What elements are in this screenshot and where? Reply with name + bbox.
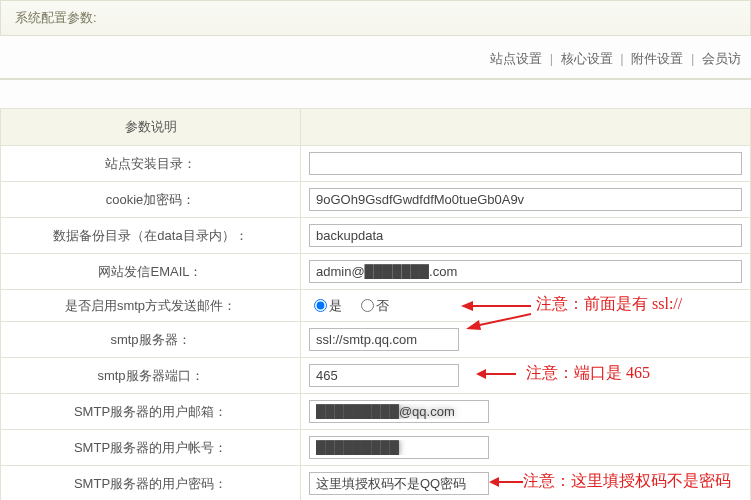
label-email: 网站发信EMAIL：	[1, 254, 301, 290]
label-cookie: cookie加密码：	[1, 182, 301, 218]
radio-yes-label[interactable]: 是	[309, 298, 342, 313]
table-row: cookie加密码：	[1, 182, 751, 218]
label-smtp-user-email: SMTP服务器的用户邮箱：	[1, 394, 301, 430]
table-row: SMTP服务器的用户邮箱：	[1, 394, 751, 430]
label-smtp-port: smtp服务器端口：	[1, 358, 301, 394]
table-row: 数据备份目录（在data目录内）：	[1, 218, 751, 254]
note-authcode: 注意：这里填授权码不是密码	[523, 471, 731, 492]
input-backup[interactable]	[309, 224, 742, 247]
input-install-dir[interactable]	[309, 152, 742, 175]
arrow-icon	[476, 366, 516, 382]
table-row: 是否启用smtp方式发送邮件： 是 否 注意：前面是有 ssl://	[1, 290, 751, 322]
tab-sep: |	[550, 51, 553, 66]
tab-site[interactable]: 站点设置	[490, 51, 542, 66]
page-title: 系统配置参数:	[15, 10, 97, 25]
svg-marker-1	[461, 301, 473, 311]
page-title-bar: 系统配置参数:	[0, 0, 751, 36]
label-install-dir: 站点安装目录：	[1, 146, 301, 182]
label-smtp-server: smtp服务器：	[1, 322, 301, 358]
table-row: 站点安装目录：	[1, 146, 751, 182]
svg-marker-5	[476, 369, 486, 379]
svg-marker-7	[489, 477, 499, 487]
table-row: SMTP服务器的用户帐号：	[1, 430, 751, 466]
input-email[interactable]	[309, 260, 742, 283]
table-row: SMTP服务器的用户密码： 注意：这里填授权码不是密码	[1, 466, 751, 501]
table-row: smtp服务器：	[1, 322, 751, 358]
label-smtp-user-pass: SMTP服务器的用户密码：	[1, 466, 301, 501]
label-backup: 数据备份目录（在data目录内）：	[1, 218, 301, 254]
svg-marker-3	[466, 320, 481, 330]
tab-core[interactable]: 核心设置	[561, 51, 613, 66]
label-smtp-enable: 是否启用smtp方式发送邮件：	[1, 290, 301, 322]
tab-sep: |	[620, 51, 623, 66]
radio-no[interactable]	[361, 299, 374, 312]
input-smtp-user-email[interactable]	[309, 400, 489, 423]
input-smtp-user-pass[interactable]	[309, 472, 489, 495]
note-ssl: 注意：前面是有 ssl://	[536, 294, 682, 315]
col-header-param: 参数说明	[1, 109, 301, 146]
tab-bar: 站点设置 | 核心设置 | 附件设置 | 会员访	[0, 36, 751, 80]
note-port: 注意：端口是 465	[526, 363, 650, 384]
arrow-icon	[489, 474, 523, 490]
radio-yes[interactable]	[314, 299, 327, 312]
label-smtp-user-account: SMTP服务器的用户帐号：	[1, 430, 301, 466]
tab-member[interactable]: 会员访	[702, 51, 741, 66]
arrow-icon	[461, 296, 531, 316]
radio-no-label[interactable]: 否	[356, 298, 389, 313]
input-smtp-port[interactable]	[309, 364, 459, 387]
input-cookie[interactable]	[309, 188, 742, 211]
input-smtp-user-account[interactable]	[309, 436, 489, 459]
col-header-value	[301, 109, 751, 146]
tab-sep: |	[691, 51, 694, 66]
tab-attachment[interactable]: 附件设置	[631, 51, 683, 66]
table-row: smtp服务器端口： 注意：端口是 465	[1, 358, 751, 394]
config-table: 参数说明 站点安装目录： cookie加密码： 数据备份目录（在data目录内）…	[0, 108, 751, 500]
input-smtp-server[interactable]	[309, 328, 459, 351]
table-row: 网站发信EMAIL：	[1, 254, 751, 290]
